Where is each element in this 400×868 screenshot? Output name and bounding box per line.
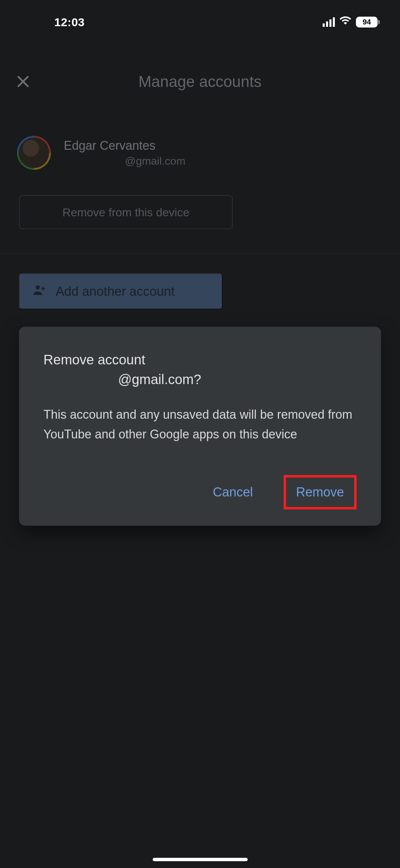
header: Manage accounts (0, 61, 400, 102)
remove-account-dialog: Remove account @gmail.com? This account … (19, 327, 381, 526)
remove-button[interactable]: Remove (284, 475, 357, 509)
account-name: Edgar Cervantes (64, 139, 185, 153)
dialog-body: This account and any unsaved data will b… (43, 405, 357, 445)
remove-from-device-button[interactable]: Remove from this device (19, 195, 233, 229)
account-row[interactable]: Edgar Cervantes @gmail.com (17, 136, 383, 170)
dialog-title-line2: @gmail.com? (43, 369, 357, 389)
home-indicator[interactable] (153, 858, 248, 861)
divider (0, 253, 400, 254)
close-icon[interactable] (14, 72, 33, 91)
dialog-title-line1: Remove account (43, 352, 145, 367)
dialog-actions: Cancel Remove (43, 475, 357, 509)
account-email: @gmail.com (125, 155, 185, 167)
add-person-icon (32, 282, 47, 301)
dialog-title: Remove account @gmail.com? (43, 350, 357, 389)
cancel-button[interactable]: Cancel (209, 475, 256, 509)
svg-point-0 (36, 285, 40, 289)
add-another-account-button[interactable]: Add another account (19, 273, 223, 309)
add-account-label: Add another account (56, 284, 175, 299)
avatar (17, 136, 51, 170)
page-title: Manage accounts (138, 72, 262, 91)
